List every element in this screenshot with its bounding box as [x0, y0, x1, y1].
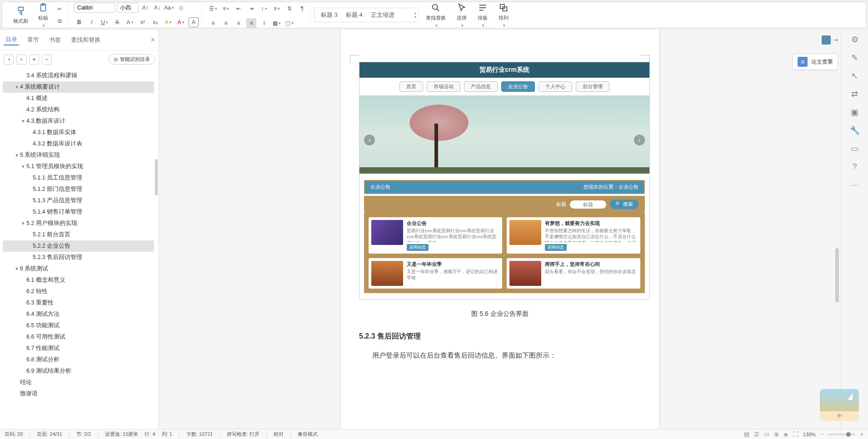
borders-icon[interactable]: ▢ — [284, 18, 294, 28]
image-icon[interactable]: ▣ — [850, 107, 860, 117]
view-read-icon[interactable]: ▭ — [764, 431, 769, 438]
outline-level-up[interactable] — [16, 55, 26, 65]
bullets-icon[interactable]: ☰ — [208, 4, 218, 14]
outline-node[interactable]: 5.2.1 前台首页 — [3, 229, 154, 240]
outline-node[interactable]: 6.2 特性 — [3, 286, 154, 297]
outline-node[interactable]: 4.3.2 数据库设计表 — [3, 138, 154, 150]
align-right-icon[interactable]: ≡ — [234, 18, 244, 28]
style-heading-3[interactable]: 标题 3 — [321, 11, 338, 19]
outline-node[interactable]: 结论 — [3, 377, 154, 388]
copy-icon[interactable]: ⧉ — [55, 16, 65, 26]
find-replace-button[interactable]: 查找替换 — [422, 3, 449, 28]
outline-node[interactable]: ▼6 系统测试 — [3, 263, 154, 274]
outline-node[interactable]: ▼5 系统详细实现 — [3, 150, 154, 161]
tab-chapters[interactable]: 章节 — [25, 35, 41, 45]
close-outline-icon[interactable]: × — [151, 36, 155, 44]
more-icon[interactable]: ⋯ — [850, 180, 860, 190]
shading-icon[interactable]: ▦ — [272, 18, 282, 28]
clear-format-icon[interactable]: ◇ — [176, 3, 186, 13]
outline-node[interactable]: 5.2.2 企业公告 — [3, 240, 154, 252]
outline-node[interactable]: 6.6 可用性测试 — [3, 331, 154, 343]
paper-check-button[interactable]: ≡ 论文查重 — [793, 54, 838, 70]
outline-node[interactable]: 6.1 概念和意义 — [3, 274, 154, 286]
align-center-icon[interactable]: ≡ — [221, 18, 231, 28]
outline-node[interactable]: 6.9 测试结果分析 — [3, 365, 154, 377]
book-icon[interactable]: ▭ — [850, 144, 860, 154]
cut-icon[interactable]: ✂ — [55, 4, 65, 14]
select-button[interactable]: 选择 — [453, 3, 470, 28]
decrease-indent-icon[interactable]: ⇤ — [234, 4, 244, 14]
line-spacing-icon[interactable]: ≡ — [272, 4, 282, 14]
arrange-button[interactable]: 排列 — [495, 3, 512, 28]
char-border-icon[interactable]: A — [189, 17, 199, 27]
outline-node[interactable]: 6.7 性能测试 — [3, 343, 154, 354]
text-direction-icon[interactable]: ↕ — [259, 4, 269, 14]
decrease-font-icon[interactable]: A↓ — [152, 3, 162, 13]
style-body-indent[interactable]: 正文缩进 — [371, 11, 394, 19]
view-full-icon[interactable]: ⛶ — [793, 431, 798, 438]
view-focus-icon[interactable]: ◈ — [783, 431, 788, 438]
style-more-icon[interactable]: ▴▾ — [414, 11, 416, 19]
outline-node[interactable]: 5.1.1 员工信息管理 — [3, 172, 154, 184]
outline-node[interactable]: 6.8 测试分析 — [3, 354, 154, 365]
underline-icon[interactable]: U — [100, 17, 110, 27]
tab-find[interactable]: 查找和替换 — [69, 35, 102, 45]
layout-button[interactable]: 排版 — [474, 3, 491, 28]
paste-button[interactable]: 粘贴 — [35, 3, 52, 28]
font-name-input[interactable] — [74, 3, 115, 13]
font-size-input[interactable] — [117, 3, 139, 13]
help-icon[interactable]: ? — [850, 162, 860, 172]
outline-node[interactable]: 致谢语 — [3, 388, 154, 399]
font-color-icon[interactable]: A — [176, 17, 186, 27]
outline-node[interactable]: ▼4 系统概要设计 — [3, 81, 154, 93]
outline-remove-button[interactable]: − — [42, 55, 52, 65]
tab-toc[interactable]: 目录 — [4, 35, 19, 45]
view-print-icon[interactable]: ▤ — [744, 431, 749, 438]
change-case-icon[interactable]: Aa — [164, 3, 174, 13]
sort-icon[interactable]: ⇅ — [284, 4, 294, 14]
outline-node[interactable]: 4.3.1 数据库实体 — [3, 127, 154, 138]
distribute-icon[interactable]: ⫴ — [259, 18, 269, 28]
flow-icon[interactable]: ⇄ — [850, 89, 860, 99]
numbering-icon[interactable]: ≡ — [221, 4, 231, 14]
outline-node[interactable]: 5.2.3 售后回访管理 — [3, 252, 154, 263]
tree-scrollbar-thumb[interactable] — [155, 159, 158, 195]
align-justify-icon[interactable]: ≡ — [246, 18, 256, 28]
cursor-icon[interactable]: ↖ — [850, 71, 860, 81]
superscript-icon[interactable]: x² — [138, 17, 148, 27]
view-outline-icon[interactable]: ☰ — [754, 431, 759, 438]
zoom-in-icon[interactable]: + — [860, 431, 863, 438]
italic-icon[interactable]: I — [87, 17, 97, 27]
highlight-icon[interactable]: A — [163, 17, 173, 27]
settings-icon[interactable]: ⚙ — [850, 35, 860, 45]
view-web-icon[interactable]: ⊕ — [774, 431, 779, 438]
pin-icon[interactable]: 📍 — [822, 35, 831, 45]
tab-bookmarks[interactable]: 书签 — [47, 35, 63, 45]
style-heading-4[interactable]: 标题 4 — [346, 11, 363, 19]
outline-node[interactable]: 4.1 概述 — [3, 93, 154, 104]
subscript-icon[interactable]: x₂ — [150, 17, 160, 27]
promo-widget[interactable]: 中 — [820, 389, 859, 421]
zoom-out-icon[interactable]: − — [820, 431, 824, 438]
document-viewport[interactable]: 贸易行业crm系统 首页市场活动产品信息企业公告个人中心后台管理 ‹ › 企业公… — [159, 30, 841, 429]
outline-node[interactable]: 6.3 重要性 — [3, 297, 154, 309]
outline-node[interactable]: ▼4.3.数据库设计 — [3, 115, 154, 127]
collapse-rail-icon[interactable]: ⇥ — [833, 37, 838, 43]
align-left-icon[interactable]: ≡ — [208, 18, 218, 28]
outline-node[interactable]: 4.2 系统结构 — [3, 104, 154, 115]
doc-scrollbar-thumb[interactable] — [835, 248, 839, 303]
wrench-icon[interactable]: 🔧 — [850, 125, 860, 135]
outline-node[interactable]: 6.4 测试方法 — [3, 309, 154, 320]
outline-node[interactable]: 5.1.2 部门信息管理 — [3, 184, 154, 195]
outline-node[interactable]: ▼5.1 管理员模块的实现 — [3, 161, 154, 172]
outline-node[interactable]: 5.1.3 产品信息管理 — [3, 195, 154, 206]
outline-node[interactable]: 5.1.4 销售订单管理 — [3, 206, 154, 218]
strike-icon[interactable]: S — [112, 17, 122, 27]
increase-indent-icon[interactable]: ⇥ — [246, 4, 256, 14]
outline-node[interactable]: ▼5.2 用户模块的实现 — [3, 218, 154, 229]
bold-icon[interactable]: B — [74, 17, 84, 27]
pencil-icon[interactable]: ✎ — [850, 53, 860, 63]
outline-add-button[interactable]: + — [29, 55, 39, 65]
outline-level-down[interactable] — [4, 55, 14, 65]
text-effects-icon[interactable]: A — [125, 17, 135, 27]
